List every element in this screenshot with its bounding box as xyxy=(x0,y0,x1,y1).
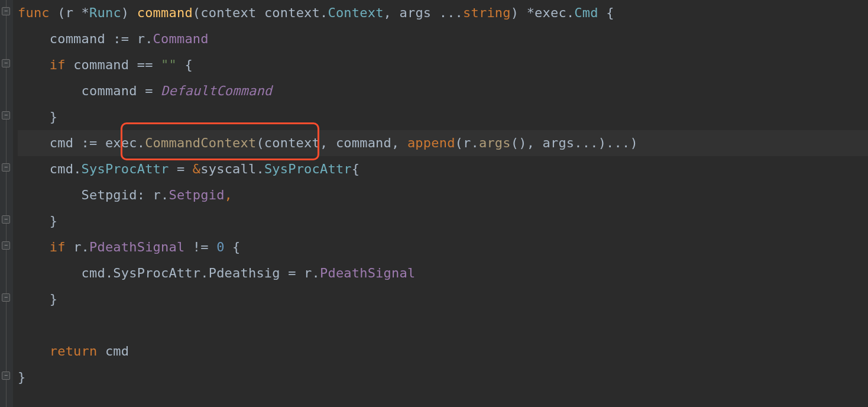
brace-open: { xyxy=(184,57,192,72)
comma: , xyxy=(391,135,399,150)
code-line[interactable]: command = DefaultCommand xyxy=(18,78,868,104)
code-line[interactable]: } xyxy=(18,208,868,234)
field-pdeathsig: Pdeathsig xyxy=(209,266,280,280)
code-line[interactable]: return cmd xyxy=(18,338,868,364)
code-line[interactable]: if command == "" { xyxy=(18,52,868,78)
var-cmd: cmd xyxy=(82,266,105,280)
op-eq: == xyxy=(137,57,153,72)
op-amp: & xyxy=(193,161,200,176)
paren-open: ( xyxy=(193,5,200,20)
comma: , xyxy=(225,188,232,202)
keyword-if: if xyxy=(50,240,66,254)
pkg-syscall: syscall xyxy=(200,161,256,176)
paren-close: ) xyxy=(121,5,129,20)
brace-open: { xyxy=(352,161,359,176)
field-pdeathsignal: PdeathSignal xyxy=(320,266,415,280)
param-context: context xyxy=(200,5,256,20)
field-key-setpgid: Setpgid xyxy=(82,188,137,202)
op-neq: != xyxy=(193,240,209,254)
paren-open: ( xyxy=(57,5,65,20)
const-default-command: DefaultCommand xyxy=(161,83,272,98)
brace-close: } xyxy=(18,370,25,385)
fold-marker[interactable] xyxy=(2,111,10,119)
code-line[interactable]: } xyxy=(18,364,868,390)
ident-r: r xyxy=(137,31,145,46)
dots: ... xyxy=(606,135,630,150)
field-sysprocattr: SysProcAttr xyxy=(113,266,200,280)
dot: . xyxy=(312,266,320,280)
field-sysprocattr: SysProcAttr xyxy=(82,161,169,176)
space xyxy=(431,5,439,20)
dot: . xyxy=(320,5,328,20)
arg-args: args xyxy=(543,135,575,150)
brace-open: { xyxy=(606,5,614,20)
dot: . xyxy=(161,188,169,202)
param-args: args xyxy=(400,5,432,20)
brace-open: { xyxy=(232,240,240,254)
field-pdeathsignal: PdeathSignal xyxy=(89,240,184,254)
code-line[interactable]: cmd.SysProcAttr.Pdeathsig = r.PdeathSign… xyxy=(18,260,868,286)
space xyxy=(50,5,57,20)
op-assign: = xyxy=(177,161,184,176)
fold-marker[interactable] xyxy=(2,293,10,302)
arg-command: command xyxy=(336,135,391,150)
comma: , xyxy=(384,5,391,20)
code-line[interactable]: Setpgid: r.Setpgid, xyxy=(18,182,868,208)
fold-marker[interactable] xyxy=(2,59,10,67)
code-line[interactable]: command := r.Command xyxy=(18,26,868,52)
dots: ... xyxy=(439,5,463,20)
op-short-assign: := xyxy=(113,31,129,46)
ident-r: r xyxy=(73,240,81,254)
number-zero: 0 xyxy=(216,240,224,254)
code-line-blank[interactable] xyxy=(18,312,868,338)
code-line[interactable]: func (r *Runc) command(context context.C… xyxy=(18,0,868,26)
comma: , xyxy=(527,135,535,150)
ident-r: r xyxy=(463,135,471,150)
var-command: command xyxy=(82,83,137,98)
dot: . xyxy=(137,135,145,150)
dot: . xyxy=(200,266,208,280)
dot: . xyxy=(471,135,478,150)
space xyxy=(598,5,606,20)
paren-close: ) xyxy=(519,135,526,150)
fn-command-context: CommandContext xyxy=(145,135,256,150)
code-line[interactable]: } xyxy=(18,104,868,130)
code-area[interactable]: func (r *Runc) command(context context.C… xyxy=(13,0,868,407)
var-cmd: cmd xyxy=(50,161,73,176)
code-line[interactable]: } xyxy=(18,286,868,312)
code-editor[interactable]: func (r *Runc) command(context context.C… xyxy=(0,0,868,407)
star: * xyxy=(527,5,535,20)
type-cmd: Cmd xyxy=(574,5,598,20)
fold-marker[interactable] xyxy=(2,7,10,15)
dot: . xyxy=(82,240,89,254)
fold-marker[interactable] xyxy=(2,241,10,250)
var-cmd: cmd xyxy=(105,344,129,358)
fold-marker[interactable] xyxy=(2,372,10,380)
func-name-command: command xyxy=(137,5,193,20)
arg-context: context xyxy=(264,135,320,150)
op-assign: = xyxy=(145,83,153,98)
fold-marker[interactable] xyxy=(2,215,10,224)
code-line[interactable]: cmd.SysProcAttr = &syscall.SysProcAttr{ xyxy=(18,156,868,182)
recv-r: r xyxy=(66,5,73,20)
keyword-func: func xyxy=(18,5,50,20)
dot: . xyxy=(256,161,264,176)
star: * xyxy=(82,5,89,20)
op-assign: = xyxy=(288,266,296,280)
pkg-context: context xyxy=(264,5,320,20)
dots: ... xyxy=(574,135,598,150)
space xyxy=(519,5,526,20)
keyword-return: return xyxy=(50,344,98,358)
pkg-exec: exec xyxy=(535,5,566,20)
type-sysprocattr: SysProcAttr xyxy=(264,161,352,176)
paren-open: ( xyxy=(511,135,519,150)
fold-marker[interactable] xyxy=(2,163,10,172)
paren-open: ( xyxy=(455,135,463,150)
string-empty: "" xyxy=(161,57,177,72)
code-line-highlighted[interactable]: cmd := exec.CommandContext(context, comm… xyxy=(18,130,868,156)
brace-close: } xyxy=(50,109,57,124)
builtin-append: append xyxy=(407,135,455,150)
method-args: args xyxy=(479,135,511,150)
code-line[interactable]: if r.PdeathSignal != 0 { xyxy=(18,234,868,260)
gutter xyxy=(0,0,13,407)
